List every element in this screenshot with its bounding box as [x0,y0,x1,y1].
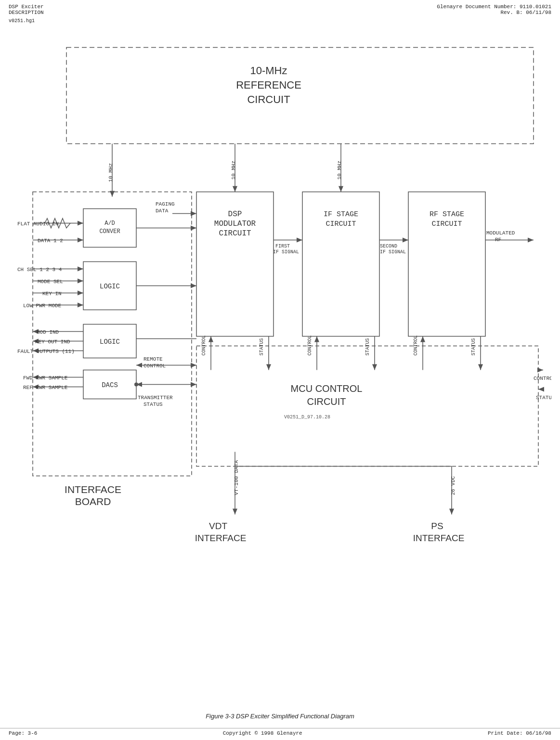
svg-text:CIRCUIT: CIRCUIT [247,93,290,105]
svg-marker-111 [314,337,319,342]
svg-text:CONTROL: CONTROL [413,335,418,355]
svg-text:DSP: DSP [228,210,242,219]
header-left: DSP Exciter DESCRIPTION [9,4,44,15]
svg-text:KEY OUT IND: KEY OUT IND [35,339,70,345]
svg-marker-101 [528,238,534,243]
svg-marker-126 [538,387,544,392]
svg-marker-31 [110,191,115,197]
svg-marker-77 [191,211,196,216]
footer-copyright: Copyright © 1998 Glenayre [223,730,302,736]
svg-text:IF SIGNAL: IF SIGNAL [273,249,299,255]
svg-marker-85 [191,363,196,368]
svg-text:SECOND: SECOND [380,244,397,249]
svg-text:STATUS: STATUS [259,338,264,355]
svg-text:LOW PWR MODE: LOW PWR MODE [23,303,62,309]
svg-text:LOGIC: LOGIC [100,338,120,346]
svg-marker-40 [78,221,83,226]
footer-page: Page: 3-6 [9,730,37,736]
header-doc-num: Glenayre Document Number: 9110.01021 [437,4,551,10]
svg-marker-46 [78,267,83,272]
svg-text:IF SIGNAL: IF SIGNAL [380,249,406,255]
svg-text:MCU  CONTROL: MCU CONTROL [291,383,363,394]
svg-marker-49 [78,279,83,284]
svg-text:REFERENCE: REFERENCE [236,79,301,91]
svg-text:CONTROL: CONTROL [534,376,551,381]
svg-text:IF  STAGE: IF STAGE [324,210,358,219]
svg-text:CONTROL: CONTROL [201,335,207,355]
svg-text:FIRST: FIRST [275,244,290,249]
header-right: Glenayre Document Number: 9110.01021 Rev… [437,4,551,15]
svg-marker-108 [266,364,271,370]
svg-text:STATUS: STATUS [365,338,370,355]
header-rev: Rev. B: 06/11/98 [437,10,551,15]
svg-text:10  MHz: 10 MHz [231,161,236,180]
svg-text:A/D: A/D [104,220,115,227]
svg-text:KEY IN: KEY IN [42,291,62,297]
svg-marker-114 [372,364,377,370]
svg-text:FLAT AUDIO IN: FLAT AUDIO IN [17,221,59,227]
svg-text:CIRCUIT: CIRCUIT [307,396,346,407]
svg-marker-37 [339,186,343,192]
svg-marker-117 [420,337,425,342]
svg-text:RF: RF [495,237,501,243]
svg-marker-123 [537,368,543,373]
svg-text:STATUS: STATUS [143,402,163,407]
svg-text:VT-100 DATA: VT-100 DATA [234,460,239,495]
svg-marker-88 [191,382,196,387]
svg-text:PAGING: PAGING [156,201,175,207]
svg-text:DATA: DATA [156,208,169,214]
svg-text:CONVER: CONVER [99,228,120,235]
svg-text:BOARD: BOARD [75,496,111,507]
svg-text:LOGIC: LOGIC [100,283,120,290]
svg-text:26 VDC: 26 VDC [450,476,456,495]
page-footer: Page: 3-6 Copyright © 1998 Glenayre Prin… [0,728,560,736]
svg-text:STATUS: STATUS [536,395,551,401]
svg-text:CONTROL: CONTROL [143,363,166,369]
header-title: DSP Exciter [9,4,44,10]
svg-text:REF PWR SAMPLE: REF PWR SAMPLE [23,385,68,390]
figure-caption: Figure 3-3 DSP Exciter Simplified Functi… [0,713,560,720]
svg-text:MODE SEL: MODE SEL [38,279,63,285]
svg-text:CIRCUIT: CIRCUIT [326,220,356,228]
svg-text:MOD IND: MOD IND [37,329,59,335]
svg-rect-0 [66,48,534,144]
diagram-area: 10-MHz REFERENCE CIRCUIT INTERFACE BOARD… [9,29,551,701]
svg-text:INTERFACE: INTERFACE [65,484,121,495]
svg-text:FWD PWR SAMPLE: FWD PWR SAMPLE [23,375,68,381]
svg-text:CIRCUIT: CIRCUIT [219,229,251,238]
svg-marker-55 [78,303,83,308]
svg-text:CONTROL: CONTROL [307,335,313,355]
footer-print-date: Print Date: 06/16/98 [488,730,551,736]
svg-marker-52 [78,291,83,296]
svg-marker-129 [233,509,237,515]
page-header: DSP Exciter DESCRIPTION Glenayre Documen… [0,0,560,15]
svg-rect-7 [196,346,538,467]
svg-marker-97 [403,238,408,243]
svg-marker-43 [78,238,83,243]
svg-text:10-MHz: 10-MHz [250,65,287,77]
svg-point-89 [134,383,138,387]
svg-text:10  MHz: 10 MHz [337,161,342,180]
svg-text:RF  STAGE: RF STAGE [430,210,464,219]
svg-text:CIRCUIT: CIRCUIT [431,220,462,228]
svg-text:V0251_D_97.10.28: V0251_D_97.10.28 [284,415,330,420]
svg-text:PS: PS [431,521,443,531]
svg-text:MODULATED: MODULATED [486,230,515,236]
svg-marker-105 [208,337,213,342]
svg-marker-73 [191,226,196,231]
svg-text:TRANSMITTER: TRANSMITTER [138,395,173,401]
svg-text:INTERFACE: INTERFACE [195,533,247,543]
svg-text:CH SEL 1 2 3 4: CH SEL 1 2 3 4 [17,267,62,273]
header-subtitle: DESCRIPTION [9,10,44,15]
svg-marker-34 [233,186,237,192]
svg-marker-120 [478,364,483,370]
svg-text:DACS: DACS [102,381,118,389]
svg-text:STATUS: STATUS [471,338,476,355]
svg-marker-84 [136,363,142,368]
svg-text:MODULATOR: MODULATOR [214,220,256,228]
svg-marker-134 [449,509,454,515]
svg-text:REMOTE: REMOTE [143,356,163,362]
svg-text:FAULT OUTPUTS (11): FAULT OUTPUTS (11) [17,349,75,354]
svg-text:10  MHz: 10 MHz [108,163,114,182]
svg-marker-93 [297,238,302,243]
